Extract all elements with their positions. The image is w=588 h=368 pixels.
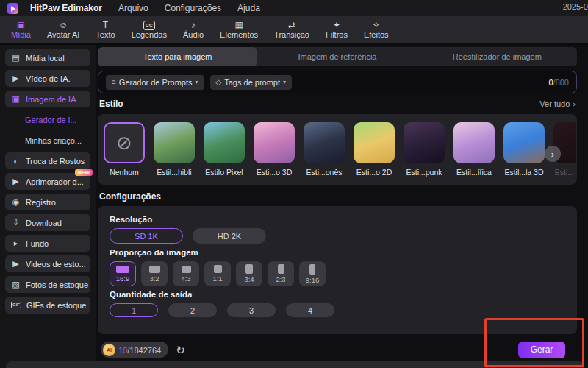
- tag-icon: ◇: [216, 78, 222, 86]
- mode-tab[interactable]: Texto para imagem: [98, 47, 257, 66]
- style-next-button[interactable]: ›: [545, 146, 561, 162]
- ai-coin-icon: AI: [103, 344, 115, 356]
- style-thumbnail: ⊘: [453, 122, 495, 163]
- toolbar-tab[interactable]: ▣ Mídia: [3, 17, 39, 42]
- style-option[interactable]: ⊘ Estil...la 3D: [503, 122, 545, 177]
- sidebar-item-label: Vídeo de IA.: [26, 74, 71, 83]
- ai-video-icon: ▶: [11, 74, 21, 83]
- style-option[interactable]: ⊘ Estil...ífica: [453, 122, 495, 177]
- sidebar-item[interactable]: ▣ Imagem de IA: [5, 91, 90, 107]
- toolbar-tab[interactable]: T Texto: [87, 17, 123, 42]
- sidebar-item[interactable]: ◐ Troca de Rostos: [5, 152, 90, 169]
- none-icon: ⊘: [116, 133, 132, 152]
- media-icon: ▣: [17, 19, 25, 30]
- settings-panel: Resolução SD 1KHD 2K Proporção da imagem…: [98, 206, 577, 334]
- toolbar-tab[interactable]: CC Legendas: [123, 17, 175, 42]
- prompt-tags-button[interactable]: ◇ Tags de prompt ▾: [210, 75, 293, 90]
- effects-icon: ✧: [373, 19, 380, 30]
- aspect-ratio-option[interactable]: 3:2: [141, 261, 168, 286]
- style-option-label: Estil...ífica: [453, 168, 495, 177]
- sidebar-item[interactable]: Gerador de i...: [5, 111, 90, 128]
- sidebar-item-label: Troca de Rostos: [26, 157, 85, 166]
- toolbar-tab-label: Mídia: [11, 30, 31, 40]
- toolbar-tab[interactable]: ▦ Elementos: [212, 17, 266, 42]
- folder-icon: ▤: [11, 53, 21, 63]
- style-option[interactable]: ⊘ Esti...o 2D: [354, 122, 395, 177]
- aspect-ratio-option[interactable]: 16:9: [110, 261, 136, 286]
- aspect-ratio-option[interactable]: 1:1: [204, 261, 231, 286]
- sidebar-item[interactable]: GIF GIFs de estoque: [5, 297, 90, 314]
- style-thumbnail: ⊘: [154, 122, 195, 163]
- sidebar-item[interactable]: ▶ Aprimorador d... NEW: [5, 173, 90, 190]
- style-option[interactable]: ⊘ Nenhum: [104, 122, 145, 177]
- aspect-shape-icon: [149, 266, 160, 273]
- sidebar-item[interactable]: ▤ Mídia local: [5, 49, 90, 66]
- resolution-option[interactable]: SD 1K: [110, 228, 183, 244]
- quantity-option[interactable]: 1: [110, 303, 158, 317]
- toolbar-tab[interactable]: ⇄ Transição: [266, 17, 318, 42]
- timeline-panel-edge: [6, 361, 584, 368]
- style-option-label: Estil...hibli: [154, 168, 195, 177]
- background-icon: ▸: [11, 238, 21, 248]
- aspect-shape-icon: [116, 266, 129, 273]
- style-thumbnail: ⊘: [104, 122, 145, 163]
- see-all-link[interactable]: Ver tudo ›: [539, 99, 576, 108]
- stock-videos-icon: ▶: [11, 259, 21, 269]
- menu-item[interactable]: Arquivo: [118, 3, 148, 13]
- prompt-generator-button[interactable]: ≡ Gerador de Prompts ▾: [106, 75, 204, 90]
- sidebar-item-label: Videos de esto...: [26, 260, 86, 269]
- toolbar-tab-label: Avatar AI: [47, 30, 79, 40]
- toolbar-tab[interactable]: ✦ Filtros: [318, 17, 356, 42]
- menu-item[interactable]: Ajuda: [237, 3, 260, 13]
- menu-item[interactable]: Configurações: [165, 3, 221, 13]
- toolbar-tab-label: Áudio: [183, 30, 204, 40]
- quantity-option[interactable]: 2: [168, 303, 217, 317]
- sidebar-item[interactable]: ▨ Fotos de estoque: [5, 276, 90, 293]
- style-option[interactable]: ⊘ Estil...hibli: [154, 122, 195, 177]
- quantity-option[interactable]: 3: [227, 303, 276, 317]
- aspect-ratio-option[interactable]: 2:3: [268, 261, 294, 286]
- elements-icon: ▦: [234, 19, 243, 30]
- text-icon: T: [103, 19, 108, 30]
- sidebar-item-label: Registro: [26, 198, 56, 207]
- mode-tab[interactable]: Imagem de referência: [257, 47, 417, 66]
- sidebar-item[interactable]: ▸ Fundo: [5, 235, 90, 252]
- toolbar: ▣ Mídia ☺ Avatar AI T Texto CC Legendas …: [0, 16, 588, 45]
- aspect-ratio-option[interactable]: 4:3: [173, 261, 199, 286]
- toolbar-tab-label: Filtros: [326, 30, 348, 40]
- style-thumbnail: ⊘: [204, 122, 245, 163]
- toolbar-tab[interactable]: ✧ Efeitos: [356, 17, 397, 42]
- toolbar-tab[interactable]: ♪ Áudio: [175, 17, 212, 42]
- sidebar-item-label: Gerador de i...: [25, 116, 76, 124]
- aspect-ratio-label: Proporção da imagem: [110, 248, 565, 257]
- aspect-ratio-option[interactable]: 3:4: [236, 261, 262, 286]
- mode-tab[interactable]: Reestilizador de imagem: [417, 47, 577, 66]
- generate-button[interactable]: Gerar: [518, 342, 565, 358]
- toolbar-tab-label: Transição: [274, 30, 309, 40]
- chevron-down-icon: ▾: [283, 79, 286, 85]
- sidebar-item-label: Minhas criaçõ...: [25, 136, 82, 145]
- sidebar-item[interactable]: Minhas criaçõ...: [5, 132, 90, 149]
- refresh-icon[interactable]: ↻: [176, 344, 185, 355]
- avatar-ai-icon: ☺: [59, 19, 68, 30]
- aspect-shape-icon: [182, 266, 191, 273]
- resolution-option[interactable]: HD 2K: [193, 228, 266, 244]
- sidebar-item[interactable]: ▶ Videos de esto...: [5, 255, 90, 272]
- sidebar-item[interactable]: ▶ Vídeo de IA.: [5, 70, 90, 87]
- toolbar-tab-label: Legendas: [132, 30, 167, 40]
- aspect-ratio-option[interactable]: 9:16: [299, 261, 326, 286]
- quantity-option[interactable]: 4: [286, 303, 334, 317]
- style-option[interactable]: ⊘ Esti...onês: [304, 122, 345, 177]
- sidebar-item[interactable]: ⇩ Download: [5, 214, 90, 231]
- sidebar-item[interactable]: ◉ Registro: [5, 194, 90, 210]
- style-option[interactable]: ⊘ Esti...punk: [404, 122, 445, 177]
- audio-icon: ♪: [191, 19, 196, 30]
- toolbar-tab[interactable]: ☺ Avatar AI: [39, 17, 87, 42]
- sidebar-item-label: Download: [26, 219, 62, 227]
- prompt-input[interactable]: ≡ Gerador de Prompts ▾ ◇ Tags de prompt …: [98, 71, 577, 93]
- style-thumbnail: ⊘: [254, 122, 295, 163]
- style-option[interactable]: ⊘ Esti...o 3D: [254, 122, 295, 177]
- aspect-shape-icon: [278, 264, 284, 274]
- style-option[interactable]: ⊘ Estilo Pixel: [204, 122, 245, 177]
- face-swap-icon: ◐: [11, 157, 21, 166]
